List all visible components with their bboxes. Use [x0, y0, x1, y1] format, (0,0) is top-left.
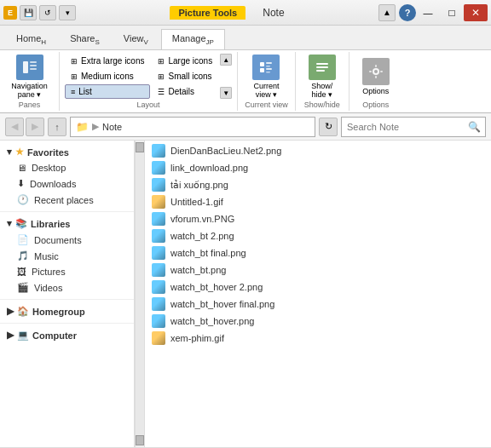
list-item[interactable]: tải xuống.png — [145, 176, 491, 193]
svg-rect-4 — [260, 62, 264, 66]
help-btn[interactable]: ? — [399, 4, 416, 21]
sidebar-computer-section: ▶ 💻 Computer — [0, 327, 134, 343]
list-item[interactable]: watch_bt_hover.png — [145, 313, 491, 330]
search-input[interactable] — [347, 122, 465, 132]
back-btn[interactable]: ◀ — [5, 118, 24, 136]
options-group-label: Options — [362, 101, 389, 109]
current-view-group-label: Current view — [245, 101, 288, 109]
tab-home[interactable]: HomeH — [5, 29, 57, 49]
up-btn[interactable]: ↑ — [48, 118, 66, 136]
list-item[interactable]: watch_bt_hover 2.png — [145, 279, 491, 296]
svg-rect-3 — [30, 68, 37, 70]
list-btn[interactable]: ≡ List — [65, 84, 150, 99]
homegroup-chevron-icon: ▶ — [7, 306, 14, 317]
sidebar-favorites-section: ▾ ★ Favorites 🖥 Desktop ⬇ Downloads 🕐 Re… — [0, 144, 134, 208]
list-item[interactable]: vforum.vn.PNG — [145, 210, 491, 227]
quick-access-1[interactable]: 💾 — [20, 5, 37, 20]
downloads-label: Downloads — [30, 179, 76, 189]
sidebar-computer-header[interactable]: ▶ 💻 Computer — [0, 327, 134, 343]
file-type-icon — [152, 161, 165, 175]
current-view-btn[interactable]: Currentview ▾ — [246, 54, 286, 100]
sidebar-item-music[interactable]: 🎵 Music — [0, 248, 134, 264]
list-item[interactable]: watch_bt.png — [145, 261, 491, 279]
minimize-btn[interactable]: — — [416, 4, 440, 21]
file-type-icon — [152, 195, 165, 209]
navigation-pane-btn[interactable]: Navigationpane ▾ — [10, 54, 49, 100]
main-area: ▾ ★ Favorites 🖥 Desktop ⬇ Downloads 🕐 Re… — [0, 141, 491, 447]
file-name: Untitled-1.gif — [170, 197, 223, 207]
ribbon-show-hide-group: Show/hide ▾ Show/hide — [296, 52, 349, 111]
options-btn[interactable]: Options — [356, 54, 396, 100]
libraries-label: Libraries — [31, 219, 70, 229]
sidebar-item-recent[interactable]: 🕐 Recent places — [0, 192, 134, 208]
sidebar-scroll-up[interactable] — [136, 142, 144, 152]
scroll-up-btn[interactable]: ▲ — [220, 54, 232, 66]
list-item[interactable]: watch_bt final.png — [145, 244, 491, 261]
ribbon-layout-group: ⊞ Extra large icons ⊞ Medium icons ≡ Lis… — [60, 52, 238, 111]
list-item[interactable]: watch_bt_hover final.png — [145, 296, 491, 313]
title-controls: ▲ ? — □ ✕ — [378, 4, 488, 21]
list-item[interactable]: xem-phim.gif — [145, 330, 491, 347]
star-icon: ★ — [15, 146, 24, 158]
list-item[interactable]: Untitled-1.gif — [145, 193, 491, 210]
details-label: Details — [168, 87, 194, 96]
scroll-down-btn[interactable]: ▼ — [220, 87, 232, 99]
homegroup-icon: 🏠 — [17, 306, 29, 317]
computer-label: Computer — [32, 330, 77, 341]
show-hide-group-label: Show/hide — [304, 101, 340, 109]
show-hide-btn[interactable]: Show/hide ▾ — [303, 54, 342, 100]
small-icons-btn[interactable]: ⊞ Small icons — [152, 69, 218, 83]
maximize-btn[interactable]: □ — [440, 4, 464, 21]
desktop-label: Desktop — [32, 163, 66, 173]
tab-view[interactable]: ViewV — [113, 29, 159, 49]
large-icons-btn[interactable]: ⊞ Large icons — [152, 54, 218, 68]
list-item[interactable]: link_download.png — [145, 159, 491, 176]
quick-access-3[interactable]: ▾ — [59, 5, 76, 20]
forward-btn[interactable]: ▶ — [26, 118, 44, 136]
svg-rect-16 — [375, 76, 377, 78]
sidebar-scrollbar — [135, 141, 145, 447]
quick-access-2[interactable]: ↺ — [39, 5, 56, 20]
sidebar-homegroup-header[interactable]: ▶ 🏠 Homegroup — [0, 303, 134, 319]
sidebar-favorites-header[interactable]: ▾ ★ Favorites — [0, 144, 134, 160]
address-bar[interactable]: 📁 ▶ Note — [70, 117, 315, 137]
panes-group-label: Panes — [19, 101, 41, 109]
nav-pane-label: Navigationpane ▾ — [11, 82, 48, 99]
sidebar-scroll-down[interactable] — [136, 435, 144, 445]
videos-icon: 🎬 — [17, 282, 29, 293]
grid-icon-sm: ⊞ — [158, 72, 165, 81]
address-sep: ▶ — [92, 121, 99, 132]
sidebar-libraries-header[interactable]: ▾ 📚 Libraries — [0, 215, 134, 232]
sidebar-scroll-track — [136, 152, 144, 435]
pictures-label: Pictures — [32, 267, 66, 277]
layout-list-left: ⊞ Extra large icons ⊞ Medium icons ≡ Lis… — [65, 54, 150, 99]
recent-icon: 🕐 — [17, 194, 29, 205]
tab-share[interactable]: ShareS — [59, 29, 111, 49]
show-hide-icon — [309, 55, 336, 80]
search-box[interactable]: 🔍 — [341, 117, 486, 137]
file-name: link_download.png — [170, 163, 248, 173]
libraries-chevron-icon: ▾ — [7, 218, 12, 229]
collapse-ribbon-btn[interactable]: ▲ — [378, 4, 396, 21]
extra-large-icons-btn[interactable]: ⊞ Extra large icons — [65, 54, 150, 68]
details-btn[interactable]: ☰ Details — [152, 84, 218, 99]
sidebar-item-videos[interactable]: 🎬 Videos — [0, 279, 134, 296]
refresh-btn[interactable]: ↻ — [319, 118, 338, 136]
sidebar-item-documents[interactable]: 📄 Documents — [0, 232, 134, 248]
navigation-bar: ◀ ▶ ↑ 📁 ▶ Note ↻ 🔍 — [0, 113, 491, 141]
file-type-icon — [152, 314, 165, 328]
sidebar-item-desktop[interactable]: 🖥 Desktop — [0, 160, 134, 175]
pictures-icon: 🖼 — [17, 267, 26, 277]
svg-rect-10 — [316, 63, 328, 65]
list-item[interactable]: watch_bt 2.png — [145, 227, 491, 244]
app-title: Note — [263, 7, 284, 19]
tab-manage[interactable]: ManageJP — [161, 29, 225, 49]
sidebar-item-pictures[interactable]: 🖼 Pictures — [0, 264, 134, 279]
medium-icons-btn[interactable]: ⊞ Medium icons — [65, 69, 150, 83]
libraries-folder-icon: 📚 — [15, 218, 27, 229]
file-name: tải xuống.png — [170, 180, 228, 191]
list-item[interactable]: DienDanBacLieu.Net2.png — [145, 142, 491, 159]
sidebar-item-downloads[interactable]: ⬇ Downloads — [0, 175, 134, 192]
close-btn[interactable]: ✕ — [464, 4, 488, 21]
svg-point-14 — [374, 70, 378, 73]
